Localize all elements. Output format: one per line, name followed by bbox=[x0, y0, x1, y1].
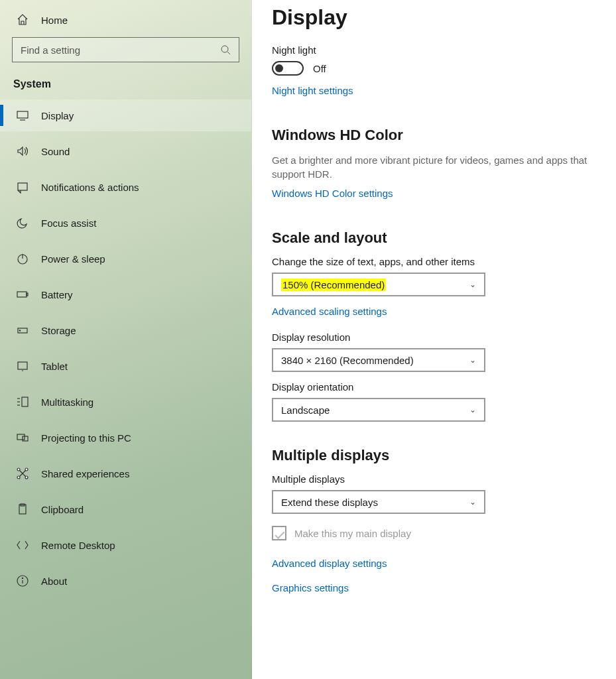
sidebar-item-focus-assist[interactable]: Focus assist bbox=[0, 207, 251, 239]
svg-point-10 bbox=[19, 330, 20, 331]
sidebar-item-label: Power & sleep bbox=[41, 253, 105, 265]
sidebar-item-label: Notifications & actions bbox=[41, 182, 139, 193]
sidebar-item-label: Battery bbox=[41, 289, 73, 300]
sidebar-item-sound[interactable]: Sound bbox=[0, 135, 251, 167]
svg-point-24 bbox=[25, 476, 28, 479]
svg-point-23 bbox=[17, 476, 20, 479]
sidebar-item-label: Tablet bbox=[41, 361, 68, 372]
resolution-label: Display resolution bbox=[272, 332, 596, 343]
sidebar-item-label: Display bbox=[41, 110, 74, 121]
svg-rect-4 bbox=[18, 183, 27, 190]
hdcolor-heading: Windows HD Color bbox=[272, 127, 596, 144]
multiple-displays-heading: Multiple displays bbox=[272, 447, 596, 464]
scale-size-label: Change the size of text, apps, and other… bbox=[272, 256, 596, 267]
scale-size-dropdown[interactable]: 150% (Recommended) ⌄ bbox=[272, 273, 485, 296]
sidebar-item-projecting[interactable]: Projecting to this PC bbox=[0, 422, 251, 454]
shared-experiences-icon bbox=[16, 467, 29, 480]
svg-point-29 bbox=[22, 578, 23, 578]
search-box[interactable] bbox=[12, 37, 239, 62]
home-label: Home bbox=[41, 15, 68, 26]
sidebar-item-shared-experiences[interactable]: Shared experiences bbox=[0, 458, 251, 489]
projecting-icon bbox=[16, 431, 29, 444]
sidebar-item-label: Shared experiences bbox=[41, 468, 129, 479]
dropdown-value: 150% (Recommended) bbox=[281, 278, 386, 291]
sidebar: Home System Display Sound Notifications … bbox=[0, 0, 252, 679]
hdcolor-link[interactable]: Windows HD Color settings bbox=[272, 188, 393, 199]
sidebar-item-storage[interactable]: Storage bbox=[0, 314, 251, 346]
search-input[interactable] bbox=[21, 44, 220, 56]
multitasking-icon bbox=[16, 395, 29, 408]
sidebar-item-notifications[interactable]: Notifications & actions bbox=[0, 171, 251, 203]
notifications-icon bbox=[16, 180, 29, 194]
svg-rect-2 bbox=[17, 111, 28, 118]
main-display-checkbox-row: Make this my main display bbox=[272, 526, 596, 540]
svg-point-0 bbox=[221, 46, 228, 52]
sidebar-item-battery[interactable]: Battery bbox=[0, 278, 251, 310]
advanced-scaling-link[interactable]: Advanced scaling settings bbox=[272, 306, 387, 317]
home-icon bbox=[16, 13, 29, 27]
graphics-settings-link[interactable]: Graphics settings bbox=[272, 582, 349, 593]
svg-rect-7 bbox=[17, 292, 27, 297]
sidebar-item-label: Focus assist bbox=[41, 217, 96, 229]
nightlight-settings-link[interactable]: Night light settings bbox=[272, 85, 353, 96]
home-link[interactable]: Home bbox=[0, 7, 251, 36]
sidebar-item-label: Remote Desktop bbox=[41, 540, 115, 551]
about-icon bbox=[16, 574, 29, 587]
sidebar-item-clipboard[interactable]: Clipboard bbox=[0, 493, 251, 525]
scale-heading: Scale and layout bbox=[272, 229, 596, 247]
svg-line-1 bbox=[227, 52, 230, 54]
svg-rect-8 bbox=[27, 293, 28, 296]
main-display-checkbox-label: Make this my main display bbox=[294, 528, 411, 539]
remote-desktop-icon bbox=[16, 538, 29, 552]
orientation-dropdown[interactable]: Landscape ⌄ bbox=[272, 398, 485, 422]
svg-rect-18 bbox=[23, 436, 28, 441]
battery-icon bbox=[16, 288, 29, 301]
sidebar-item-multitasking[interactable]: Multitasking bbox=[0, 386, 251, 418]
svg-rect-17 bbox=[17, 434, 25, 440]
nightlight-toggle-row: Off bbox=[272, 61, 596, 76]
nightlight-toggle[interactable] bbox=[272, 61, 304, 76]
sidebar-item-label: Multitasking bbox=[41, 397, 93, 408]
sidebar-item-remote-desktop[interactable]: Remote Desktop bbox=[0, 529, 251, 561]
resolution-dropdown[interactable]: 3840 × 2160 (Recommended) ⌄ bbox=[272, 348, 485, 372]
sidebar-item-display[interactable]: Display bbox=[0, 99, 251, 131]
chevron-down-icon: ⌄ bbox=[469, 280, 476, 289]
chevron-down-icon: ⌄ bbox=[469, 497, 476, 507]
svg-point-21 bbox=[17, 468, 20, 471]
sound-icon bbox=[16, 145, 29, 158]
display-icon bbox=[16, 109, 29, 122]
advanced-display-link[interactable]: Advanced display settings bbox=[272, 558, 596, 569]
dropdown-value: 3840 × 2160 (Recommended) bbox=[281, 355, 414, 366]
search-icon bbox=[220, 44, 231, 55]
chevron-down-icon: ⌄ bbox=[469, 355, 476, 365]
nightlight-state: Off bbox=[313, 63, 326, 74]
multiple-displays-label: Multiple displays bbox=[272, 473, 596, 485]
main-content: Display Night light Off Night light sett… bbox=[252, 0, 616, 679]
main-display-checkbox bbox=[272, 526, 286, 540]
chevron-down-icon: ⌄ bbox=[469, 405, 476, 414]
sidebar-item-label: Storage bbox=[41, 325, 76, 336]
sidebar-item-about[interactable]: About bbox=[0, 565, 251, 597]
storage-icon bbox=[16, 324, 29, 337]
multiple-displays-dropdown[interactable]: Extend these displays ⌄ bbox=[272, 490, 485, 514]
svg-rect-16 bbox=[22, 397, 28, 406]
power-icon bbox=[16, 252, 29, 265]
dropdown-value: Extend these displays bbox=[281, 497, 378, 508]
svg-rect-11 bbox=[18, 362, 27, 369]
sidebar-item-label: Clipboard bbox=[41, 504, 84, 515]
nightlight-label: Night light bbox=[272, 44, 596, 56]
dropdown-value: Landscape bbox=[281, 404, 330, 416]
sidebar-item-power-sleep[interactable]: Power & sleep bbox=[0, 243, 251, 275]
focus-assist-icon bbox=[16, 216, 29, 229]
sidebar-item-tablet[interactable]: Tablet bbox=[0, 350, 251, 382]
sidebar-item-label: Sound bbox=[41, 146, 70, 157]
sidebar-item-label: Projecting to this PC bbox=[41, 432, 131, 444]
sidebar-item-label: About bbox=[41, 576, 67, 587]
svg-point-22 bbox=[25, 468, 28, 471]
tablet-icon bbox=[16, 359, 29, 373]
hdcolor-desc: Get a brighter and more vibrant picture … bbox=[272, 153, 596, 181]
page-title: Display bbox=[272, 5, 596, 30]
sidebar-category: System bbox=[0, 74, 251, 99]
clipboard-icon bbox=[16, 503, 29, 516]
orientation-label: Display orientation bbox=[272, 381, 596, 393]
